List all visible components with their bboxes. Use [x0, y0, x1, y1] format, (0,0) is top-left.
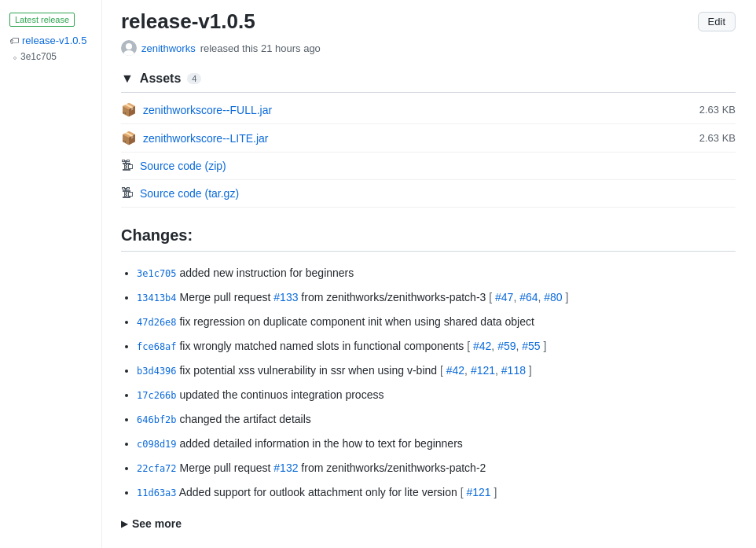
pr-42b[interactable]: #42 [446, 364, 464, 377]
asset-link-full-jar[interactable]: zenithworkscore--FULL.jar [143, 104, 272, 116]
asset-size-full-jar: 2.63 KB [699, 104, 736, 116]
asset-left: 🗜 Source code (tar.gz) [121, 186, 239, 200]
changes-title: Changes: [121, 226, 736, 252]
commit-hash-10[interactable]: 11d63a3 [137, 487, 177, 498]
asset-left: 📦 zenithworkscore--LITE.jar [121, 131, 269, 145]
list-item: c098d19 added detailed information in th… [137, 432, 736, 456]
pr-121a[interactable]: #121 [471, 364, 495, 377]
list-item: 11d63a3 Added support for outlook attach… [137, 480, 736, 505]
list-item: fce68af fix wrongly matched named slots … [137, 334, 736, 359]
released-text: released this 21 hours ago [200, 42, 321, 54]
see-more-label: See more [132, 517, 182, 530]
commit-msg-6: updated the continuos integration proces… [179, 388, 384, 401]
commit-icon: ⬦ [13, 53, 17, 61]
list-item: 13413b4 Merge pull request #133 from zen… [137, 285, 736, 310]
sidebar: Latest release 🏷 release-v1.0.5 ⬦ 3e1c70… [0, 0, 102, 548]
commit-msg-4a: fix wrongly matched named slots in funct… [179, 340, 467, 352]
commit-hash-2[interactable]: 13413b4 [137, 292, 177, 303]
pr-80[interactable]: #80 [544, 291, 562, 303]
jar-icon-2: 📦 [121, 131, 137, 145]
sidebar-release-link[interactable]: 🏷 release-v1.0.5 [9, 35, 92, 46]
commit-hash-7[interactable]: 646bf2b [137, 414, 177, 425]
asset-size-lite-jar: 2.63 KB [699, 132, 736, 144]
commit-hash-1[interactable]: 3e1c705 [137, 268, 177, 279]
jar-icon: 📦 [121, 102, 137, 117]
commit-msg-1: added new instruction for beginners [179, 267, 354, 279]
assets-header[interactable]: ▼ Assets 4 [121, 72, 736, 86]
sidebar-commit-link[interactable]: ⬦ 3e1c705 [13, 51, 92, 62]
list-item: 646bf2b changed the artifact details [137, 407, 736, 432]
commit-hash-4[interactable]: fce68af [137, 341, 177, 352]
asset-row: 📦 zenithworkscore--LITE.jar 2.63 KB [121, 124, 736, 153]
edit-button[interactable]: Edit [698, 12, 736, 31]
asset-link-source-zip[interactable]: Source code (zip) [140, 160, 226, 172]
targz-icon: 🗜 [121, 186, 134, 200]
commit-msg-9b: from zenithworks/zenithworks-patch-2 [301, 462, 486, 474]
list-item: 22cfa72 Merge pull request #132 from zen… [137, 456, 736, 480]
changes-section: Changes: 3e1c705 added new instruction f… [121, 226, 736, 530]
assets-list: 📦 zenithworkscore--FULL.jar 2.63 KB 📦 ze… [121, 92, 736, 208]
release-link-label: release-v1.0.5 [22, 35, 86, 46]
list-item: 47d26e8 fix regression on duplicate comp… [137, 310, 736, 334]
bracket2: ] [563, 291, 569, 303]
commit-hash-9[interactable]: 22cfa72 [137, 463, 177, 474]
list-item: 17c266b updated the continuos integratio… [137, 383, 736, 407]
tag-icon: 🏷 [9, 35, 19, 46]
pr-55[interactable]: #55 [522, 340, 540, 352]
pr-link-132[interactable]: #132 [273, 462, 298, 474]
collapse-icon: ▼ [121, 72, 134, 86]
commit-hash-6[interactable]: 17c266b [137, 390, 177, 401]
zip-icon: 🗜 [121, 159, 134, 173]
assets-label: Assets [140, 72, 181, 86]
pr-59[interactable]: #59 [497, 340, 516, 352]
pr-47[interactable]: #47 [495, 291, 513, 303]
asset-link-lite-jar[interactable]: zenithworkscore--LITE.jar [143, 132, 269, 145]
author-name[interactable]: zenithworks [141, 42, 196, 54]
commit-msg-2a: Merge pull request [179, 291, 273, 303]
commit-refs-2: [ [489, 291, 495, 303]
asset-link-source-targz[interactable]: Source code (tar.gz) [140, 187, 239, 200]
main-content: release-v1.0.5 Edit zenithworks released… [102, 0, 754, 548]
pr-link-133[interactable]: #133 [273, 291, 298, 303]
asset-row: 📦 zenithworkscore--FULL.jar 2.63 KB [121, 96, 736, 124]
commit-hash-8[interactable]: c098d19 [137, 439, 177, 450]
svg-point-1 [126, 43, 132, 50]
commit-msg-8: added detailed information in the how to… [179, 437, 462, 450]
avatar [121, 40, 137, 56]
bracket-open-4: [ [467, 340, 473, 352]
pr-42a[interactable]: #42 [473, 340, 491, 352]
pr-118[interactable]: #118 [501, 364, 526, 377]
assets-count: 4 [187, 73, 201, 84]
latest-release-badge: Latest release [9, 13, 75, 27]
list-item: 3e1c705 added new instruction for beginn… [137, 261, 736, 285]
chevron-right-icon: ▶ [121, 519, 127, 529]
commit-msg-5a: fix potential xss vulnerability in ssr w… [179, 364, 440, 377]
comma1: , [513, 291, 519, 303]
asset-row-zip: 🗜 Source code (zip) [121, 153, 736, 180]
release-title: release-v1.0.5 [121, 9, 255, 34]
commit-hash-3[interactable]: 47d26e8 [137, 317, 177, 328]
asset-row-targz: 🗜 Source code (tar.gz) [121, 180, 736, 208]
commit-msg-3: fix regression on duplicate component in… [179, 315, 534, 328]
commit-list: 3e1c705 added new instruction for beginn… [121, 261, 736, 505]
asset-left: 📦 zenithworkscore--FULL.jar [121, 102, 272, 117]
commit-hash-5[interactable]: b3d4396 [137, 366, 177, 377]
author-row: zenithworks released this 21 hours ago [121, 40, 736, 56]
pr-121b[interactable]: #121 [466, 486, 490, 498]
list-item: b3d4396 fix potential xss vulnerability … [137, 359, 736, 383]
asset-left: 🗜 Source code (zip) [121, 159, 226, 173]
commit-msg-2b: from zenithworks/zenithworks-patch-3 [301, 291, 489, 303]
commit-msg-10a: Added support for outlook attachment onl… [179, 486, 461, 498]
pr-64[interactable]: #64 [519, 291, 538, 303]
see-more-row[interactable]: ▶ See more [121, 517, 736, 530]
assets-section: ▼ Assets 4 📦 zenithworkscore--FULL.jar 2… [121, 72, 736, 208]
commit-msg-9a: Merge pull request [179, 462, 273, 474]
commit-hash-label: 3e1c705 [20, 51, 57, 62]
title-row: release-v1.0.5 Edit [121, 9, 736, 34]
commit-msg-7: changed the artifact details [179, 413, 310, 425]
